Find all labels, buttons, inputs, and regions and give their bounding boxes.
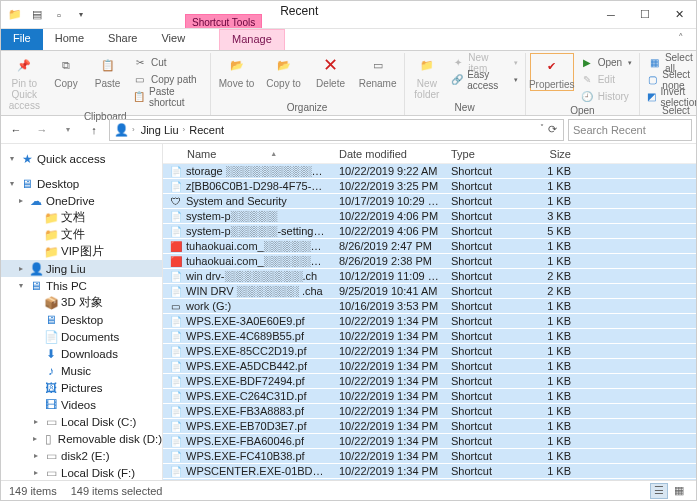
nav-up-button[interactable]: ↑ <box>83 119 105 141</box>
address-dropdown-icon[interactable]: ˅ <box>540 123 544 136</box>
file-row[interactable]: 🟥tuhaokuai.com_░░░░░░░░1603407…8/26/2019… <box>163 239 696 254</box>
file-list[interactable]: 📄storage ░░░░░░░░░░░░░░░░░10/22/2019 9:2… <box>163 164 696 480</box>
qat-properties-icon[interactable]: ▤ <box>29 7 45 23</box>
properties-button[interactable]: ✔Properties <box>530 53 574 91</box>
file-row[interactable]: 📄WPS.EXE-A5DCB442.pf10/22/2019 1:34 PMSh… <box>163 359 696 374</box>
edit-button[interactable]: ✎Edit <box>577 71 635 88</box>
column-date[interactable]: Date modified <box>333 148 445 160</box>
nav-recent-button[interactable]: ▾ <box>57 119 79 141</box>
breadcrumb-2[interactable]: Recent <box>187 124 226 136</box>
pasteshortcut-button[interactable]: 📋Paste shortcut <box>130 88 206 105</box>
nav-item[interactable]: 📁文档 <box>1 209 162 226</box>
column-name[interactable]: Name▲ <box>163 148 333 160</box>
file-row[interactable]: 🛡System and Security10/17/2019 10:29 …Sh… <box>163 194 696 209</box>
nav-item[interactable]: ▸▭Local Disk (F:) <box>1 464 162 480</box>
address-bar[interactable]: 👤› Jing Liu› Recent ˅ ⟳ <box>109 119 564 141</box>
nav-icon: 📁 <box>44 211 58 225</box>
column-headers[interactable]: Name▲ Date modified Type Size <box>163 144 696 164</box>
minimize-button[interactable]: ─ <box>594 1 628 28</box>
file-row[interactable]: 📄win drv-░░░░░░░░░░.ch10/12/2019 11:09 …… <box>163 269 696 284</box>
file-row[interactable]: 📄WPS.EXE-85CC2D19.pf10/22/2019 1:34 PMSh… <box>163 344 696 359</box>
invert-button[interactable]: ◩Invert selection <box>644 88 697 105</box>
file-row[interactable]: 📄system-p░░░░░░10/22/2019 4:06 PMShortcu… <box>163 209 696 224</box>
nav-item[interactable]: ▸▭disk2 (E:) <box>1 447 162 464</box>
copy-button[interactable]: ⧉Copy <box>47 53 86 89</box>
file-row[interactable]: 📄WPS.EXE-C264C31D.pf10/22/2019 1:34 PMSh… <box>163 389 696 404</box>
tab-home[interactable]: Home <box>43 29 96 50</box>
nav-forward-button[interactable]: → <box>31 119 53 141</box>
file-icon: 📄 <box>169 465 182 478</box>
tab-manage[interactable]: Manage <box>219 29 285 50</box>
nav-item[interactable]: ▾🖥Desktop <box>1 175 162 192</box>
file-row[interactable]: 📄WPS.EXE-FB3A8883.pf10/22/2019 1:34 PMSh… <box>163 404 696 419</box>
cut-button[interactable]: ✂Cut <box>130 54 206 71</box>
folder-icon: 👤 <box>114 123 128 137</box>
file-row[interactable]: 📄WPSCENTER.EXE-1EC8DB9B.pf10/22/2019 1:3… <box>163 479 696 480</box>
file-row[interactable]: 🟥tuhaokuai.com_░░░░░░░░5834657…8/26/2019… <box>163 254 696 269</box>
file-row[interactable]: 📄WPS.EXE-BDF72494.pf10/22/2019 1:34 PMSh… <box>163 374 696 389</box>
nav-item[interactable]: 📁VIP图片 <box>1 243 162 260</box>
breadcrumb-1[interactable]: Jing Liu <box>139 124 181 136</box>
nav-icon: ⬇ <box>44 347 58 361</box>
nav-item[interactable]: 📁文件 <box>1 226 162 243</box>
open-button[interactable]: ▶Open▾ <box>577 54 635 71</box>
history-button[interactable]: 🕘History <box>577 88 635 105</box>
pin-button[interactable]: 📌Pin to Quick access <box>5 53 44 111</box>
history-icon: 🕘 <box>580 90 594 104</box>
nav-item[interactable]: ▾★Quick access <box>1 150 162 167</box>
nav-item[interactable]: 📦3D 对象 <box>1 294 162 311</box>
nav-item[interactable]: ⬇Downloads <box>1 345 162 362</box>
tab-file[interactable]: File <box>1 29 43 50</box>
file-row[interactable]: 📄z[BB06C0B1-D298-4F75-8A5D-CD88A47…10/22… <box>163 179 696 194</box>
invert-icon: ◩ <box>647 90 656 104</box>
nav-item[interactable]: ▾🖥This PC <box>1 277 162 294</box>
file-row[interactable]: 📄WPS.EXE-EB70D3E7.pf10/22/2019 1:34 PMSh… <box>163 419 696 434</box>
file-row[interactable]: 📄system-p░░░░░░-settings.png10/22/2019 4… <box>163 224 696 239</box>
nav-item[interactable]: 🎞Videos <box>1 396 162 413</box>
nav-item[interactable]: 🖼Pictures <box>1 379 162 396</box>
copyto-button[interactable]: 📂Copy to <box>262 53 306 89</box>
file-row[interactable]: 📄WPS.EXE-FC410B38.pf10/22/2019 1:34 PMSh… <box>163 449 696 464</box>
qat-newfolder-icon[interactable]: ▫ <box>51 7 67 23</box>
file-icon: 🟥 <box>169 255 182 268</box>
nav-item[interactable]: ▸👤Jing Liu <box>1 260 162 277</box>
column-size[interactable]: Size <box>517 148 577 160</box>
maximize-button[interactable]: ☐ <box>628 1 662 28</box>
view-icons-button[interactable]: ▦ <box>670 483 688 499</box>
file-row[interactable]: 📄WPSCENTER.EXE-01BDCF2D.pf10/22/2019 1:3… <box>163 464 696 479</box>
column-type[interactable]: Type <box>445 148 517 160</box>
rename-button[interactable]: ▭Rename <box>356 53 400 89</box>
copy-icon: ⧉ <box>54 53 78 77</box>
refresh-icon[interactable]: ⟳ <box>548 123 557 136</box>
moveto-button[interactable]: 📂Move to <box>215 53 259 89</box>
selectall-icon: ▦ <box>647 56 661 70</box>
nav-item[interactable]: 🖥Desktop <box>1 311 162 328</box>
file-icon: 📄 <box>169 375 182 388</box>
delete-button[interactable]: ✕Delete <box>309 53 353 89</box>
file-row[interactable]: ▭work (G:)10/16/2019 3:53 PMShortcut1 KB <box>163 299 696 314</box>
file-row[interactable]: 📄WPS.EXE-FBA60046.pf10/22/2019 1:34 PMSh… <box>163 434 696 449</box>
nav-back-button[interactable]: ← <box>5 119 27 141</box>
tab-share[interactable]: Share <box>96 29 149 50</box>
tab-view[interactable]: View <box>149 29 197 50</box>
nav-item[interactable]: ♪Music <box>1 362 162 379</box>
nav-item[interactable]: ▸▯Removable disk (D:) <box>1 430 162 447</box>
nav-item[interactable]: ▸☁OneDrive <box>1 192 162 209</box>
ribbon-collapse-icon[interactable]: ˄ <box>666 29 696 50</box>
file-row[interactable]: 📄WPS.EXE-3A0E60E9.pf10/22/2019 1:34 PMSh… <box>163 314 696 329</box>
paste-button[interactable]: 📋Paste <box>88 53 127 89</box>
sort-asc-icon: ▲ <box>270 150 277 157</box>
view-details-button[interactable]: ☰ <box>650 483 668 499</box>
nav-item[interactable]: 📄Documents <box>1 328 162 345</box>
file-row[interactable]: 📄WPS.EXE-4C689B55.pf10/22/2019 1:34 PMSh… <box>163 329 696 344</box>
easyaccess-button[interactable]: 🔗Easy access▾ <box>448 71 521 88</box>
search-input[interactable]: Search Recent <box>568 119 692 141</box>
ribbon: 📌Pin to Quick access ⧉Copy 📋Paste ✂Cut ▭… <box>1 51 696 116</box>
close-button[interactable]: ✕ <box>662 1 696 28</box>
newfolder-button[interactable]: 📁New folder <box>409 53 446 100</box>
qat-customize-icon[interactable]: ▾ <box>73 7 89 23</box>
file-row[interactable]: 📄storage ░░░░░░░░░░░░░░░░░10/22/2019 9:2… <box>163 164 696 179</box>
file-row[interactable]: 📄WIN DRV ░░░░░░░░ .cha9/25/2019 10:41 AM… <box>163 284 696 299</box>
nav-item[interactable]: ▸▭Local Disk (C:) <box>1 413 162 430</box>
navigation-pane[interactable]: ▾★Quick access▾🖥Desktop▸☁OneDrive📁文档📁文件📁… <box>1 144 163 480</box>
